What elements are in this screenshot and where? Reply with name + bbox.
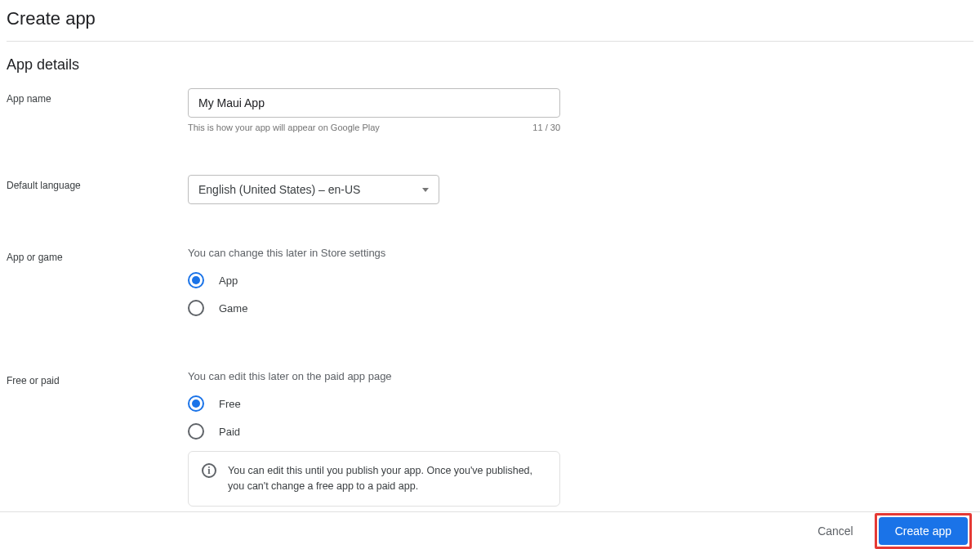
info-free-paid-text: You can edit this until you publish your… <box>228 463 546 494</box>
info-free-paid: i You can edit this until you publish yo… <box>188 451 560 507</box>
select-default-language[interactable]: English (United States) – en-US <box>188 175 439 204</box>
radio-paid-icon <box>188 423 204 440</box>
info-icon: i <box>202 463 216 478</box>
highlight-create-app: Create app <box>875 513 972 549</box>
hint-free-or-paid: You can edit this later on the paid app … <box>188 370 560 382</box>
field-app-or-game: App or game You can change this later in… <box>7 247 973 328</box>
label-default-language: Default language <box>7 175 188 191</box>
radio-app-label: App <box>219 274 238 287</box>
radio-paid-label: Paid <box>219 426 240 438</box>
label-app-name: App name <box>7 88 188 105</box>
divider <box>7 41 973 42</box>
caret-down-icon <box>422 188 429 192</box>
field-free-or-paid: Free or paid You can edit this later on … <box>7 370 973 507</box>
radio-app-icon <box>188 272 204 288</box>
hint-app-or-game: You can change this later in Store setti… <box>188 247 560 259</box>
radio-free-icon <box>188 395 204 412</box>
radio-option-app[interactable]: App <box>188 272 560 288</box>
counter-app-name: 11 / 30 <box>532 123 560 132</box>
radio-game-icon <box>188 300 204 316</box>
radio-option-free[interactable]: Free <box>188 395 560 412</box>
field-default-language: Default language English (United States)… <box>7 175 973 204</box>
radio-option-game[interactable]: Game <box>188 300 560 316</box>
page-title: Create app <box>7 0 973 41</box>
form-scroll-area[interactable]: Create app App details App name This is … <box>0 0 980 511</box>
hint-app-name: This is how your app will appear on Goog… <box>188 123 380 132</box>
radio-free-label: Free <box>219 398 241 410</box>
cancel-button[interactable]: Cancel <box>808 518 863 544</box>
input-app-name[interactable] <box>188 88 560 118</box>
field-app-name: App name This is how your app will appea… <box>7 88 973 132</box>
label-app-or-game: App or game <box>7 247 188 263</box>
section-app-details-heading: App details <box>7 56 973 74</box>
select-default-language-value: English (United States) – en-US <box>198 183 360 196</box>
footer-bar: Cancel Create app <box>0 511 980 549</box>
create-app-button[interactable]: Create app <box>879 517 968 545</box>
label-free-or-paid: Free or paid <box>7 370 188 386</box>
radio-game-label: Game <box>219 302 247 315</box>
radio-option-paid[interactable]: Paid <box>188 423 560 440</box>
